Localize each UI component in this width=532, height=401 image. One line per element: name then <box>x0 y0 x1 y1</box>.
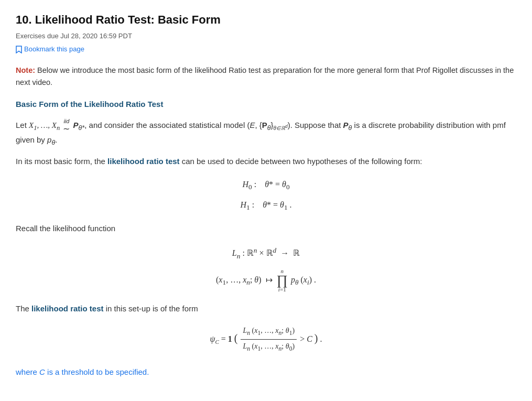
threshold-text: where C is a threshold to be specified. <box>16 366 516 379</box>
lrt-intro-text: In its most basic form, the likelihood r… <box>16 155 516 168</box>
lrt-bold-label: likelihood ratio test <box>107 157 180 166</box>
hypotheses-block: H0 : θ* = θ0 H1 : θ* = θ1 . <box>16 178 516 213</box>
lrt-formula-block: ψC = 1 ( Ln (x1, …, xn; θ1) Ln (x1, …, x… <box>16 325 516 354</box>
subtitle: Exercises due Jul 28, 2020 16:59 PDT <box>16 31 516 42</box>
section-heading: Basic Form of the Likelihood Ratio Test <box>16 98 516 111</box>
note-text: Below we introduce the most basic form o… <box>16 66 514 86</box>
note-label: Note: <box>16 66 35 74</box>
bookmark-link[interactable]: Bookmark this page <box>16 44 84 55</box>
page-title: 10. Likelihood Ratio Test: Basic Form <box>16 10 516 29</box>
likelihood-function-block: Ln : ℝn × ℝd → ℝ (x1, …, xn; θ) ↦ n ∏ i=… <box>16 245 516 293</box>
bookmark-label: Bookmark this page <box>24 44 84 55</box>
recall-text: Recall the likelihood function <box>16 222 516 235</box>
note-block: Note: Below we introduce the most basic … <box>16 64 516 89</box>
para1: Let X1, …, Xn iid ∼ Pθ*, and consider th… <box>16 118 516 148</box>
lrt-setup-text: The likelihood ratio test in this set-up… <box>16 302 516 316</box>
bookmark-icon <box>16 46 22 53</box>
lrt-bold-label2: likelihood ratio test <box>31 304 104 313</box>
